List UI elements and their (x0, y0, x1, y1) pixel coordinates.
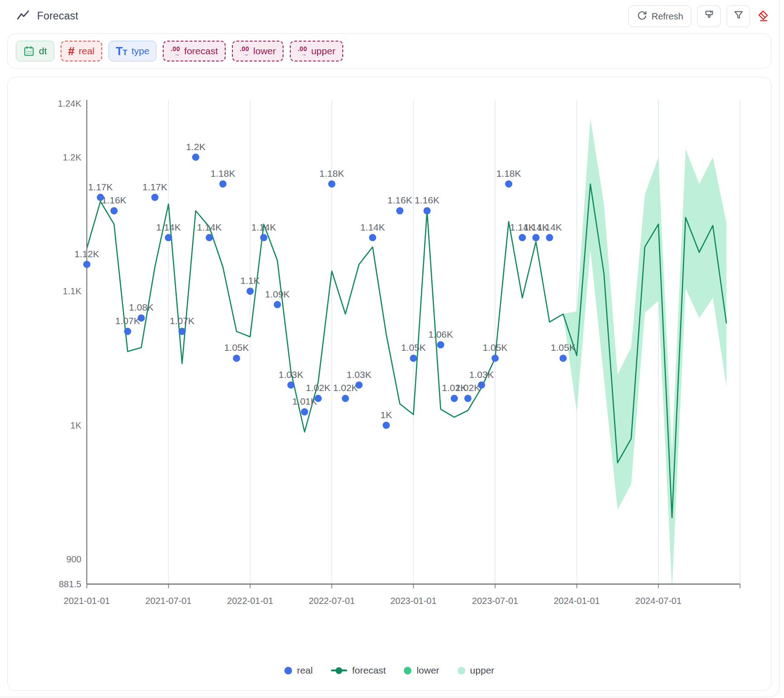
point-label: 1.07K (170, 316, 194, 326)
field-pill-label: dt (39, 46, 47, 57)
chart-legend: realforecastlowerupper (8, 665, 771, 676)
legend-label: upper (470, 665, 495, 676)
point-label: 1.01K (292, 396, 317, 406)
legend-item-lower[interactable]: lower (404, 665, 439, 676)
real-point (274, 301, 281, 308)
real-point (288, 382, 295, 389)
real-point (464, 395, 472, 402)
point-label: 1.05K (551, 342, 576, 353)
point-label: 1.16K (415, 195, 439, 205)
point-label: 1.02K (455, 382, 480, 393)
decimal-icon: .00→ (170, 46, 180, 57)
y-axis-label: 900 (66, 554, 81, 564)
y-axis-label: 1.1K (63, 286, 82, 296)
real-point (328, 180, 335, 188)
y-axis-label: 1K (71, 420, 82, 430)
forecast-confidence-band (563, 118, 727, 589)
field-pill-label: forecast (184, 46, 218, 57)
real-point (110, 207, 118, 214)
real-point (424, 207, 431, 214)
style-button[interactable] (697, 5, 721, 27)
point-label: 1.06K (428, 329, 453, 340)
point-label: 1.08K (129, 302, 154, 312)
field-pill-type[interactable]: TTtype (109, 41, 156, 61)
real-point (165, 234, 172, 241)
point-label: 1.09K (265, 289, 290, 299)
real-point (505, 180, 512, 188)
y-axis-label: 1.24K (58, 99, 82, 108)
point-label: 1.05K (483, 342, 508, 353)
real-point (342, 395, 349, 402)
field-pill-label: lower (253, 46, 276, 57)
point-label: 1.14K (251, 222, 276, 232)
legend-label: lower (416, 665, 439, 676)
decimal-icon: .00→ (298, 46, 307, 57)
legend-label: forecast (352, 665, 386, 676)
field-pill-dt[interactable]: dt (16, 41, 54, 61)
real-point (206, 234, 213, 241)
decimal-icon: .00→ (240, 46, 249, 57)
x-axis-label: 2022-01-01 (227, 596, 273, 606)
point-label: 1.12K (75, 249, 99, 259)
point-label: 1.18K (496, 168, 521, 179)
point-label: 1.1K (241, 275, 260, 286)
field-pill-real[interactable]: #real (61, 41, 103, 61)
legend-item-forecast[interactable]: forecast (331, 665, 386, 676)
filter-button[interactable] (727, 5, 750, 27)
point-label: 1.02K (333, 382, 358, 393)
point-label: 1.03K (279, 369, 303, 380)
real-point (233, 354, 240, 362)
x-axis-label: 2024-07-01 (635, 596, 681, 606)
x-axis-label: 2021-07-01 (145, 596, 191, 606)
real-point (451, 395, 458, 402)
real-point (546, 234, 553, 241)
field-pill-upper[interactable]: .00→upper (290, 41, 343, 61)
real-point (179, 328, 186, 335)
real-point (219, 180, 227, 188)
point-label: 1.14K (197, 222, 222, 232)
field-pill-label: real (79, 46, 94, 57)
legend-item-upper[interactable]: upper (458, 665, 495, 676)
point-label: 1.14K (537, 222, 562, 232)
x-axis-label: 2021-01-01 (64, 596, 110, 606)
legend-marker (331, 667, 347, 674)
point-label: 1.16K (102, 195, 127, 205)
real-point (532, 234, 539, 241)
y-axis-label: 1.2K (63, 152, 82, 162)
point-label: 1.05K (401, 342, 426, 353)
real-point (301, 408, 308, 415)
real-point (246, 288, 254, 295)
real-point (83, 261, 90, 268)
real-point (519, 234, 526, 241)
real-point (396, 207, 403, 214)
refresh-button[interactable]: Refresh (628, 5, 691, 27)
real-point (437, 341, 444, 349)
field-pill-label: type (132, 46, 150, 57)
point-label: 1K (380, 410, 392, 420)
point-label: 1.16K (387, 195, 412, 205)
eraser-button[interactable] (756, 9, 771, 24)
legend-marker (458, 667, 465, 674)
real-point (369, 234, 376, 241)
x-axis-label: 2023-01-01 (390, 596, 436, 606)
point-label: 1.05K (224, 342, 249, 353)
forecast-chart: 2021-01-012021-07-012022-01-012022-07-01… (8, 77, 772, 691)
point-label: 1.03K (469, 369, 494, 380)
field-pill-label: upper (311, 46, 335, 57)
point-label: 1.14K (156, 222, 181, 232)
refresh-icon (637, 10, 647, 23)
field-pill-lower[interactable]: .00→lower (232, 41, 283, 61)
real-point (151, 194, 159, 201)
point-label: 1.17K (142, 182, 167, 192)
real-point (560, 354, 567, 362)
field-pill-forecast[interactable]: .00→forecast (163, 41, 226, 61)
eraser-icon (757, 9, 770, 24)
calendar-icon (23, 45, 35, 57)
point-label: 1.2K (186, 141, 205, 152)
legend-marker (284, 667, 292, 674)
point-label: 1.14K (360, 222, 385, 232)
legend-item-real[interactable]: real (284, 665, 313, 676)
y-axis-label: 881.5 (59, 579, 81, 589)
point-label: 1.03K (347, 369, 372, 380)
real-point (491, 354, 499, 362)
